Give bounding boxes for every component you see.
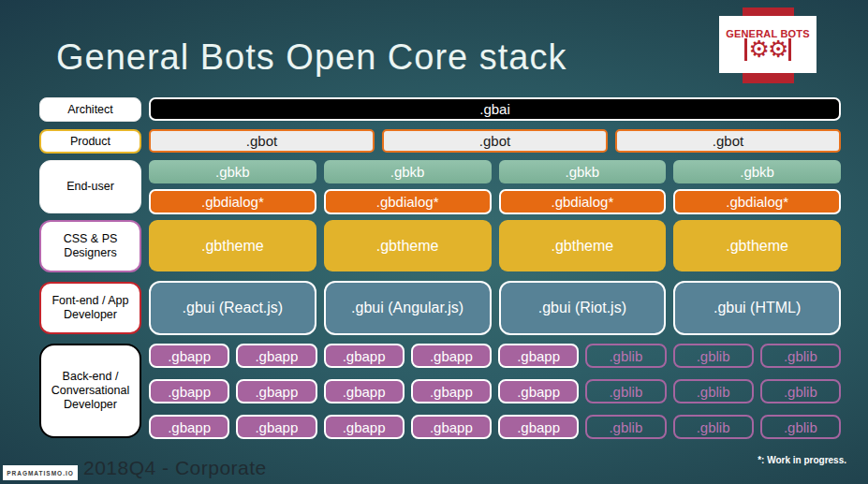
gear-glyphs-icon: ⚙⚙	[749, 37, 787, 61]
gbtheme-box: .gbtheme	[324, 220, 492, 271]
gbapp-box: .gbapp	[498, 344, 579, 368]
slide: General Bots Open Core stack GENERAL BOT…	[0, 0, 868, 484]
gear-bar-left-icon	[744, 38, 747, 61]
gbkb-box: .gbkb	[324, 160, 492, 183]
gbot-box: .gbot	[615, 129, 841, 153]
role-label-css-ps-designers: CSS & PS Designers	[39, 220, 141, 272]
role-label-end-user: End-user	[39, 160, 141, 213]
gblib-box: .gblib	[673, 379, 754, 403]
role-label-architect: Architect	[39, 97, 141, 122]
gbapp-box: .gbapp	[236, 344, 316, 368]
gear-bar-right-icon	[788, 38, 791, 61]
role-label-frontend-app-developer: Font-end / App Developer	[39, 282, 141, 334]
gbtheme-box: .gbtheme	[149, 220, 316, 271]
gbui-riot-box: .gbui (Riot.js)	[499, 281, 667, 335]
gbapp-box: .gbapp	[324, 415, 405, 439]
gbapp-box: .gbapp	[324, 379, 405, 403]
gblib-box: .gblib	[585, 379, 666, 403]
row-gbot: .gbot .gbot .gbot	[149, 129, 841, 153]
gblib-box: .gblib	[585, 415, 666, 439]
row-gbdialog: .gbdialog* .gbdialog* .gbdialog* .gbdial…	[149, 189, 841, 214]
gbapp-box: .gbapp	[411, 415, 492, 439]
slide-footer-caption: 2018Q4 - Corporate	[83, 457, 267, 479]
gbapp-box: .gbapp	[236, 379, 316, 403]
row-gbapp-3: .gbapp .gbapp .gbapp .gbapp .gbapp .gbli…	[149, 415, 841, 439]
gbapp-box: .gbapp	[149, 415, 229, 439]
row-gbapp-2: .gbapp .gbapp .gbapp .gbapp .gbapp .gbli…	[149, 379, 841, 403]
gbai-box: .gbai	[149, 97, 841, 121]
gbdialog-box: .gbdialog*	[673, 189, 841, 214]
gblib-box: .gblib	[673, 344, 754, 368]
role-label-product: Product	[39, 129, 141, 154]
gblib-box: .gblib	[673, 415, 754, 439]
gbtheme-box: .gbtheme	[499, 220, 667, 271]
gbapp-box: .gbapp	[498, 415, 579, 439]
row-gbui: .gbui (React.js) .gbui (Angular.js) .gbu…	[149, 281, 841, 335]
page-title: General Bots Open Core stack	[56, 37, 566, 78]
gblib-box: .gblib	[760, 415, 841, 439]
gbapp-box: .gbapp	[149, 379, 229, 403]
gears-icon: ⚙⚙	[744, 37, 792, 61]
row-gbapp-1: .gbapp .gbapp .gbapp .gbapp .gbapp .gbli…	[149, 344, 841, 368]
gbdialog-box: .gbdialog*	[499, 189, 667, 214]
gbapp-box: .gbapp	[411, 379, 492, 403]
role-label-backend-conversational-developer: Back-end / Conversational Developer	[39, 344, 141, 438]
gbdialog-box: .gbdialog*	[324, 189, 492, 214]
work-in-progress-footnote: *: Work in progress.	[758, 455, 846, 465]
gbapp-box: .gbapp	[498, 379, 579, 403]
row-gbai: .gbai	[149, 97, 841, 121]
gbapp-box: .gbapp	[236, 415, 316, 439]
row-gbkb: .gbkb .gbkb .gbkb .gbkb	[149, 160, 841, 183]
gbdialog-box: .gbdialog*	[149, 189, 316, 214]
gbapp-box: .gbapp	[149, 344, 229, 368]
gbui-angular-box: .gbui (Angular.js)	[324, 281, 492, 335]
gblib-box: .gblib	[760, 344, 841, 368]
gbapp-box: .gbapp	[411, 344, 492, 368]
gbot-box: .gbot	[382, 129, 608, 153]
general-bots-logo: GENERAL BOTS ⚙⚙	[719, 16, 817, 73]
gbkb-box: .gbkb	[499, 160, 667, 183]
gbot-box: .gbot	[149, 129, 375, 153]
gbui-html-box: .gbui (HTML)	[673, 281, 841, 335]
pragmatismo-logo: PRAGMATISMO.IO	[3, 465, 78, 480]
gbui-react-box: .gbui (React.js)	[149, 281, 316, 335]
gblib-box: .gblib	[760, 379, 841, 403]
gblib-box: .gblib	[585, 344, 666, 368]
gbapp-box: .gbapp	[324, 344, 405, 368]
gbkb-box: .gbkb	[673, 160, 841, 183]
gbtheme-box: .gbtheme	[673, 220, 841, 271]
gbkb-box: .gbkb	[149, 160, 316, 183]
row-gbtheme: .gbtheme .gbtheme .gbtheme .gbtheme	[149, 220, 841, 271]
